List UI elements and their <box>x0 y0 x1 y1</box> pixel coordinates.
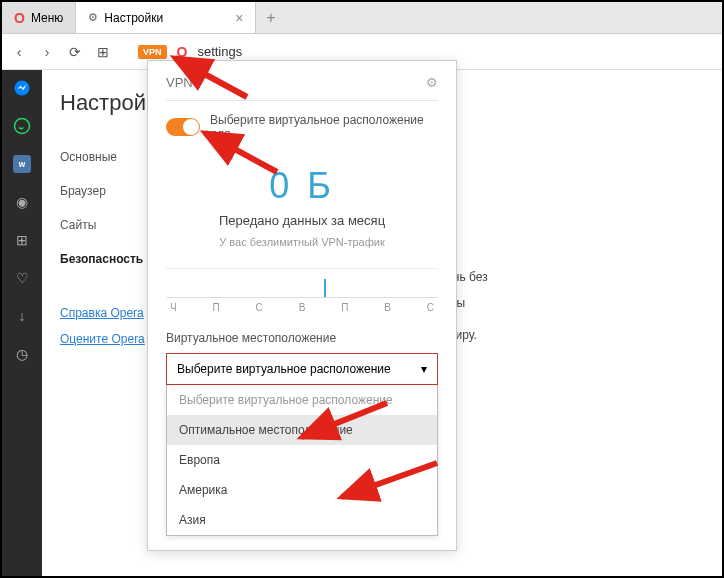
history-icon[interactable]: ◷ <box>12 344 32 364</box>
help-link[interactable]: Справка Opera <box>60 300 157 326</box>
reload-icon[interactable]: ⟳ <box>66 44 84 60</box>
day-label: С <box>256 302 263 313</box>
whatsapp-icon[interactable] <box>12 116 32 136</box>
vpn-popup: VPN ⚙ Выберите виртуальное расположение … <box>147 60 457 551</box>
vpn-location-dropdown: Выберите виртуальное расположение Оптима… <box>166 385 438 536</box>
day-label: В <box>299 302 306 313</box>
vpn-location-select[interactable]: Выберите виртуальное расположение ▾ <box>166 353 438 385</box>
tab-title: Настройки <box>104 11 163 25</box>
new-tab-button[interactable]: + <box>256 2 285 33</box>
chevron-down-icon: ▾ <box>421 362 427 376</box>
vpn-badge[interactable]: VPN <box>138 45 167 59</box>
nav-basic[interactable]: Основные <box>60 140 157 174</box>
camera-icon[interactable]: ◉ <box>12 192 32 212</box>
vpn-option-europe[interactable]: Европа <box>167 445 437 475</box>
settings-nav: Настройки Основные Браузер Сайты Безопас… <box>42 70 157 576</box>
day-label: П <box>213 302 220 313</box>
vpn-option-asia[interactable]: Азия <box>167 505 437 535</box>
vpn-popup-title: VPN <box>166 75 193 90</box>
vpn-unlimited-note: У вас безлимитный VPN-трафик <box>166 236 438 248</box>
day-label: С <box>427 302 434 313</box>
vpn-toggle[interactable] <box>166 118 200 136</box>
rate-link[interactable]: Оцените Opera <box>60 326 157 352</box>
menu-button[interactable]: O Меню <box>2 2 76 33</box>
titlebar: O Меню ⚙ Настройки × + <box>2 2 722 34</box>
vpn-usage-chart <box>166 268 438 298</box>
vpn-location-label: Виртуальное местоположение <box>166 331 438 345</box>
vpn-data-amount: 0 Б <box>166 165 438 207</box>
opera-logo-icon: O <box>14 10 25 26</box>
vpn-option-america[interactable]: Америка <box>167 475 437 505</box>
gear-icon: ⚙ <box>88 11 98 24</box>
close-icon[interactable]: × <box>235 10 243 26</box>
day-label: Ч <box>170 302 177 313</box>
day-label: П <box>341 302 348 313</box>
divider <box>166 100 438 101</box>
svg-text:w: w <box>18 160 26 169</box>
vpn-toggle-label: Выберите виртуальное расположение для... <box>210 113 438 141</box>
opera-addr-icon: O <box>177 44 188 60</box>
vpn-days-row: Ч П С В П В С <box>166 302 438 313</box>
messenger-icon[interactable] <box>12 78 32 98</box>
tab-settings[interactable]: ⚙ Настройки × <box>76 2 256 33</box>
download-icon[interactable]: ↓ <box>12 306 32 326</box>
vk-icon[interactable]: w <box>12 154 32 174</box>
day-label: В <box>384 302 391 313</box>
nav-browser[interactable]: Браузер <box>60 174 157 208</box>
speed-dial-icon[interactable]: ⊞ <box>94 44 112 60</box>
menu-label: Меню <box>31 11 63 25</box>
heart-icon[interactable]: ♡ <box>12 268 32 288</box>
page-title: Настройки <box>60 90 157 116</box>
address-text[interactable]: settings <box>197 44 242 59</box>
vpn-option-placeholder[interactable]: Выберите виртуальное расположение <box>167 385 437 415</box>
svg-point-1 <box>15 119 30 134</box>
app-sidebar: w ◉ ⊞ ♡ ↓ ◷ <box>2 70 42 576</box>
nav-sites[interactable]: Сайты <box>60 208 157 242</box>
nav-security[interactable]: Безопасность <box>60 242 157 276</box>
vpn-select-value: Выберите виртуальное расположение <box>177 362 391 376</box>
vpn-data-caption: Передано данных за месяц <box>166 213 438 228</box>
forward-icon[interactable]: › <box>38 44 56 60</box>
grid-icon[interactable]: ⊞ <box>12 230 32 250</box>
gear-icon[interactable]: ⚙ <box>426 75 438 90</box>
vpn-option-optimal[interactable]: Оптимальное местоположение <box>167 415 437 445</box>
back-icon[interactable]: ‹ <box>10 44 28 60</box>
